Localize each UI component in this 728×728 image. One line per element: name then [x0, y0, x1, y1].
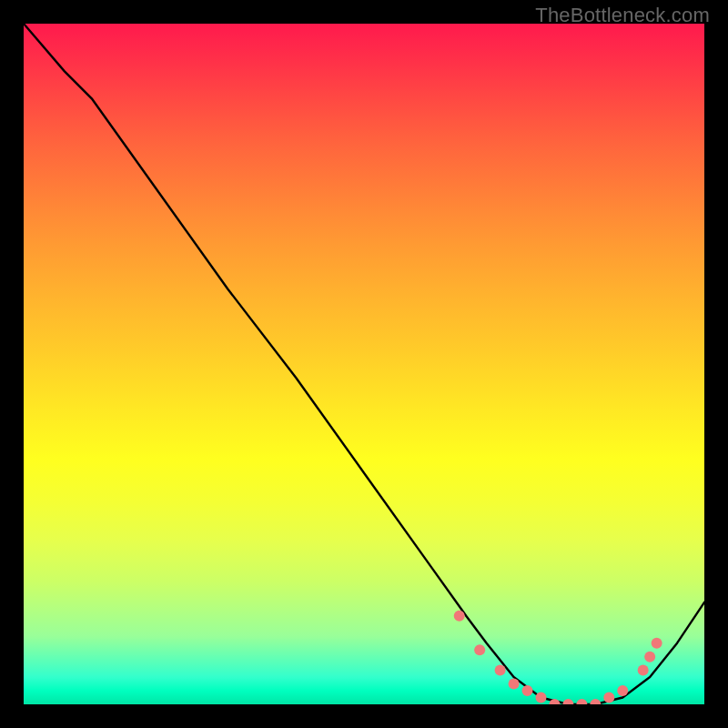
- chart-marker: [644, 652, 655, 662]
- chart-marker: [535, 693, 546, 703]
- chart-marker: [474, 644, 485, 655]
- chart-marker: [562, 699, 573, 704]
- chart-marker: [603, 693, 614, 703]
- chart-marker: [576, 699, 587, 704]
- chart-marker: [652, 638, 662, 649]
- chart-curve: [24, 24, 704, 704]
- chart-marker: [617, 685, 628, 696]
- chart-marker: [454, 611, 465, 622]
- chart-marker: [590, 699, 601, 704]
- chart-marker: [638, 665, 649, 676]
- chart-marker: [495, 665, 506, 676]
- chart-marker: [509, 679, 520, 690]
- chart-plot-area: [24, 24, 704, 704]
- watermark-text: TheBottleneck.com: [535, 4, 710, 27]
- chart-svg: [24, 24, 704, 704]
- chart-marker: [522, 685, 533, 696]
